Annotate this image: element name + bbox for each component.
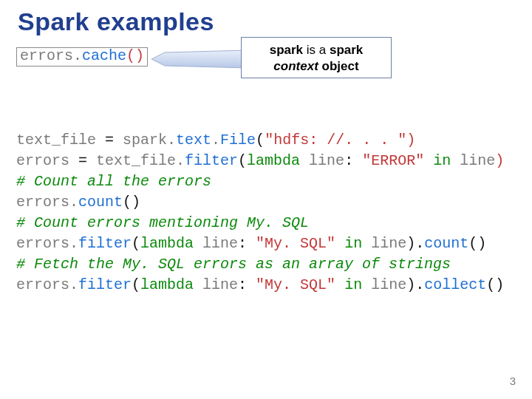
code-block: text_file = spark.text.File("hdfs: //. .… <box>16 109 504 296</box>
code-frag: "My. SQL" <box>256 235 344 252</box>
code-frag: errors <box>16 152 78 169</box>
code-frag: () <box>468 235 486 252</box>
code-frag: ( <box>132 235 140 252</box>
code-frag: "hdfs: //. . . " <box>265 132 406 149</box>
code-frag: () <box>486 276 504 293</box>
callout-box: spark is a spark context object <box>241 37 392 78</box>
code-frag: : <box>238 235 256 252</box>
code-frag: count <box>78 194 123 211</box>
cache-code-box: errors.cache() <box>16 47 148 66</box>
code-line: errors.filter(lambda line: "My. SQL" in … <box>16 235 486 252</box>
code-frag: = <box>105 132 123 149</box>
callout-text: context <box>273 59 318 73</box>
code-frag: line <box>460 152 495 169</box>
code-frag: . <box>211 132 220 149</box>
code-frag: ( <box>238 152 247 169</box>
callout-text: object <box>318 59 359 73</box>
code-frag: ( <box>132 276 140 293</box>
code-frag: ( <box>256 132 265 149</box>
code-frag: text_file <box>16 132 105 149</box>
slide-title: Spark examples <box>18 7 214 36</box>
code-line: errors.count() <box>16 194 140 211</box>
code-frag: ) <box>406 132 415 149</box>
code-frag: line <box>202 235 238 252</box>
code-frag: collect <box>424 276 486 293</box>
code-frag: errors. <box>20 47 82 64</box>
code-frag: line <box>371 235 406 252</box>
code-frag: filter <box>78 276 132 293</box>
callout-text: spark <box>270 43 303 57</box>
code-frag: () <box>123 194 140 211</box>
code-frag: line <box>371 276 406 293</box>
code-frag: line <box>202 276 238 293</box>
code-line: text_file = spark.text.File("hdfs: //. .… <box>16 132 415 149</box>
code-line: errors.filter(lambda line: "My. SQL" in … <box>16 276 504 293</box>
code-frag: text_file. <box>96 152 185 169</box>
code-frag: # Count errors mentioning My. SQL <box>16 214 309 231</box>
code-frag: count <box>424 235 468 252</box>
code-frag: in <box>344 276 371 293</box>
code-line: errors = text_file.filter(lambda line: "… <box>16 152 504 169</box>
code-frag: "ERROR" <box>362 152 433 169</box>
page-number: 3 <box>510 375 516 387</box>
code-line: # Fetch the My. SQL errors as an array o… <box>16 256 451 273</box>
code-frag: spark. <box>123 132 176 149</box>
code-frag: filter <box>185 152 238 169</box>
code-frag: line <box>309 152 344 169</box>
code-frag: filter <box>78 235 132 252</box>
callout-line-1: spark is a spark <box>242 42 391 58</box>
code-frag: lambda <box>140 276 202 293</box>
code-line: # Count errors mentioning My. SQL <box>16 214 309 231</box>
callout-text: spark <box>330 43 363 57</box>
svg-marker-0 <box>151 50 248 68</box>
code-frag: errors. <box>16 194 78 211</box>
callout-text: is a <box>303 43 330 57</box>
code-frag: errors. <box>16 235 78 252</box>
slide: Spark examples errors.cache() spark is a… <box>0 0 532 399</box>
code-frag: lambda <box>247 152 309 169</box>
code-frag: in <box>344 235 371 252</box>
code-frag: () <box>126 47 144 64</box>
callout-arrow-icon <box>151 46 248 81</box>
code-frag: ) <box>495 152 504 169</box>
code-frag: : <box>344 152 362 169</box>
code-frag: # Fetch the My. SQL errors as an array o… <box>16 256 451 273</box>
code-frag: cache <box>82 47 126 64</box>
code-frag: lambda <box>140 235 202 252</box>
code-frag: File <box>220 132 256 149</box>
code-frag: text <box>176 132 211 149</box>
code-frag: = <box>78 152 96 169</box>
code-frag: "My. SQL" <box>256 276 344 293</box>
code-line: # Count all the errors <box>16 173 211 190</box>
code-frag: ). <box>406 235 424 252</box>
code-frag: # Count all the errors <box>16 173 211 190</box>
code-frag: errors. <box>16 276 78 293</box>
code-frag: in <box>433 152 460 169</box>
code-frag: : <box>238 276 256 293</box>
callout-line-2: context object <box>242 58 391 75</box>
code-frag: ). <box>406 276 424 293</box>
